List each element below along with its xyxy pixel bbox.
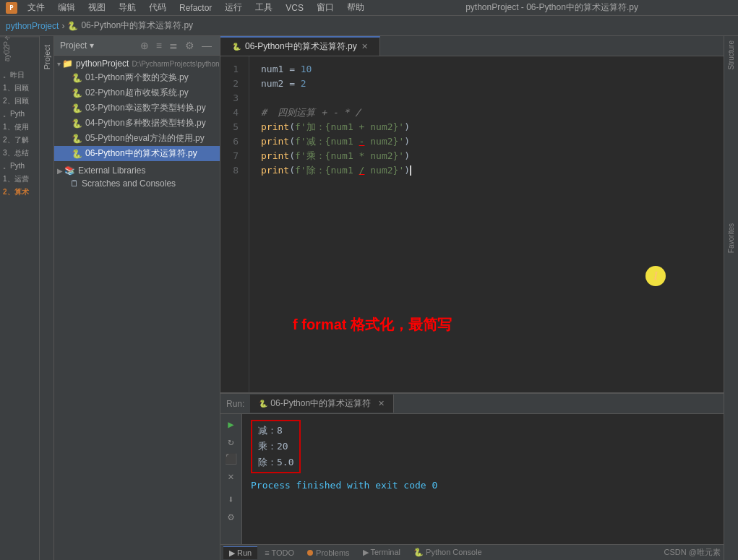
menu-run[interactable]: 运行 <box>219 0 248 15</box>
notes-sidebar: ay02之P 。昨日 1、回顾 2、回顾 。Pyth 1、使用 2、了解 3、总… <box>0 36 40 560</box>
line-num-4: 4 <box>220 105 243 120</box>
rerun-button[interactable]: ↻ <box>226 434 235 449</box>
run-extra-tools: ⬇ ⚙ <box>226 492 235 524</box>
breadcrumb-project[interactable]: pythonProject <box>6 21 59 31</box>
code-line-1: num1 = 10 <box>261 62 712 77</box>
py-file-icon-2: 🐍 <box>72 88 82 98</box>
close-button[interactable]: — <box>199 39 214 52</box>
app-logo: P <box>6 2 17 14</box>
breadcrumb-icon: 🐍 <box>67 21 78 31</box>
tab-close-button[interactable]: ✕ <box>361 42 368 51</box>
tree-root-label: pythonProject <box>76 59 129 69</box>
filter-button[interactable]: ≣ <box>167 39 180 52</box>
tree-file-5[interactable]: 🐍 05-Python的eval方法的使用.py <box>54 131 220 146</box>
run-tabs-header: Run: 🐍 06-Python中的算术运算符 ✕ <box>220 394 724 414</box>
code-line-2: num2 = 2 <box>261 77 712 91</box>
output-line-4: Process finished with exit code 0 <box>251 478 715 494</box>
code-line-5: print ( f'加：{num1 + num2}' ) <box>261 120 712 134</box>
breadcrumb-file[interactable]: 06-Python中的算术运算符.py <box>81 20 193 32</box>
menu-edit[interactable]: 编辑 <box>52 0 81 15</box>
py-file-icon-4: 🐍 <box>72 119 82 129</box>
bottom-tab-run[interactable]: ▶ Run <box>223 546 257 559</box>
line-num-5: 5 <box>220 120 243 134</box>
project-tree: ▾ 📁 pythonProject D:\PycharmProjects\pyt… <box>54 56 220 560</box>
bottom-tab-python-console[interactable]: 🐍 Python Console <box>408 546 488 559</box>
favorites-tab-label[interactable]: Favorites <box>726 219 737 257</box>
line-num-8: 8 <box>220 163 243 178</box>
run-tab-active[interactable]: 🐍 06-Python中的算术运算符 ✕ <box>250 395 394 413</box>
notes-tab-label[interactable]: ay02之P <box>0 36 39 66</box>
menu-window[interactable]: 窗口 <box>311 0 340 15</box>
stop-button[interactable]: ⬛ <box>223 452 239 466</box>
code-line-7: print ( f'乘：{num1 * num2}' ) <box>261 149 712 163</box>
project-sidebar-tab[interactable]: Project <box>40 36 54 560</box>
line-numbers: 1 2 3 4 5 6 7 8 <box>220 56 249 392</box>
problems-dot <box>307 550 313 556</box>
menu-navigate[interactable]: 导航 <box>113 0 142 15</box>
collapse-button[interactable]: ≡ <box>154 39 164 52</box>
menu-tools[interactable]: 工具 <box>249 0 278 15</box>
editor-wrapper: 1 2 3 4 5 6 7 8 num1 = <box>220 56 724 392</box>
structure-tab-label[interactable]: Structure <box>726 36 737 74</box>
project-header-title: Project ▾ <box>60 40 138 51</box>
run-tab-name: 06-Python中的算术运算符 <box>270 397 371 410</box>
editor-tab-active[interactable]: 🐍 06-Python中的算术运算符.py ✕ <box>220 36 380 56</box>
tree-external-libs[interactable]: ▶ 📚 External Libraries <box>54 164 220 177</box>
python-console-tab-label: 🐍 Python Console <box>413 548 482 557</box>
code-area[interactable]: num1 = 10 num2 = 2 <box>249 56 724 392</box>
right-panel: 🐍 06-Python中的算术运算符.py ✕ 1 2 3 4 5 6 <box>220 36 724 560</box>
tree-arrow-root: ▾ <box>57 60 61 68</box>
output-section: 减：8 乘：20 除：5.0 <box>251 420 715 473</box>
bottom-tab-problems[interactable]: Problems <box>301 547 355 559</box>
library-icon: 📚 <box>64 165 75 176</box>
tree-file-4[interactable]: 🐍 04-Python多种数据类型转换.py <box>54 116 220 131</box>
tree-root-path: D:\PycharmProjects\pythonProject <box>132 60 220 68</box>
menubar: P 文件 编辑 视图 导航 代码 Refactor 运行 工具 VCS 窗口 帮… <box>0 0 738 16</box>
editor-tab-name: 06-Python中的算术运算符.py <box>245 40 357 53</box>
editor-tabs: 🐍 06-Python中的算术运算符.py ✕ <box>220 36 724 56</box>
py-file-icon: 🐍 <box>72 73 82 83</box>
locate-button[interactable]: ⊕ <box>138 39 151 52</box>
code-line-6: print ( f'减：{num1 - num2}' ) <box>261 134 712 149</box>
tree-file-6[interactable]: 🐍 06-Python中的算术运算符.py <box>54 146 220 161</box>
menu-help[interactable]: 帮助 <box>341 0 370 15</box>
py-file-icon-3: 🐍 <box>72 103 82 113</box>
tab-file-icon: 🐍 <box>232 43 241 51</box>
line-num-3: 3 <box>220 91 243 105</box>
settings-button[interactable]: ⚙ <box>183 39 197 52</box>
bottom-tab-terminal[interactable]: ▶ Terminal <box>357 546 406 559</box>
editor-content[interactable]: 1 2 3 4 5 6 7 8 num1 = <box>220 56 724 392</box>
tree-file-2-label: 02-Python超市收银系统.py <box>85 87 189 99</box>
tree-file-1[interactable]: 🐍 01-Python两个数的交换.py <box>54 70 220 85</box>
menu-refactor[interactable]: Refactor <box>173 1 218 14</box>
tree-file-3[interactable]: 🐍 03-Python幸运数字类型转换.py <box>54 100 220 116</box>
menu-file[interactable]: 文件 <box>22 0 51 15</box>
run-toolbar: ▶ ↻ ⬛ ✕ ⬇ ⚙ <box>220 414 242 544</box>
menu-code[interactable]: 代码 <box>143 0 172 15</box>
py-file-icon-6: 🐍 <box>72 149 82 159</box>
console-output: 减：8 乘：20 除：5.0 Process finished with exi… <box>242 414 724 544</box>
tree-file-2[interactable]: 🐍 02-Python超市收银系统.py <box>54 85 220 100</box>
statusbar-right: CSDN @唯元素 <box>664 547 721 558</box>
tree-scratches-label: Scratches and Consoles <box>82 178 176 189</box>
bottom-tab-todo[interactable]: ≡ TODO <box>259 547 300 559</box>
menu-view[interactable]: 视图 <box>82 0 111 15</box>
tree-file-6-label: 06-Python中的算术运算符.py <box>85 147 197 160</box>
tree-root[interactable]: ▾ 📁 pythonProject D:\PycharmProjects\pyt… <box>54 57 220 70</box>
tree-file-5-label: 05-Python的eval方法的使用.py <box>85 132 205 145</box>
tree-arrow-ext: ▶ <box>57 167 63 175</box>
code-line-3 <box>261 91 712 105</box>
bottom-tabs-bar: ▶ Run ≡ TODO Problems ▶ Terminal 🐍 Pytho… <box>220 544 724 560</box>
tree-scratches[interactable]: 🗒 Scratches and Consoles <box>54 177 220 190</box>
todo-tab-label: ≡ TODO <box>265 548 294 557</box>
py-file-icon-5: 🐍 <box>72 134 82 144</box>
tree-file-3-label: 03-Python幸运数字类型转换.py <box>85 102 206 114</box>
scroll-end-button[interactable]: ⬇ <box>226 492 235 507</box>
run-tab-close[interactable]: ✕ <box>378 399 385 408</box>
play-button[interactable]: ▶ <box>226 417 235 431</box>
close-run-button[interactable]: ✕ <box>226 469 235 483</box>
run-tab-label: ▶ Run <box>229 548 252 558</box>
settings-run-button[interactable]: ⚙ <box>226 509 235 524</box>
menu-vcs[interactable]: VCS <box>280 1 309 14</box>
line-num-7: 7 <box>220 149 243 163</box>
